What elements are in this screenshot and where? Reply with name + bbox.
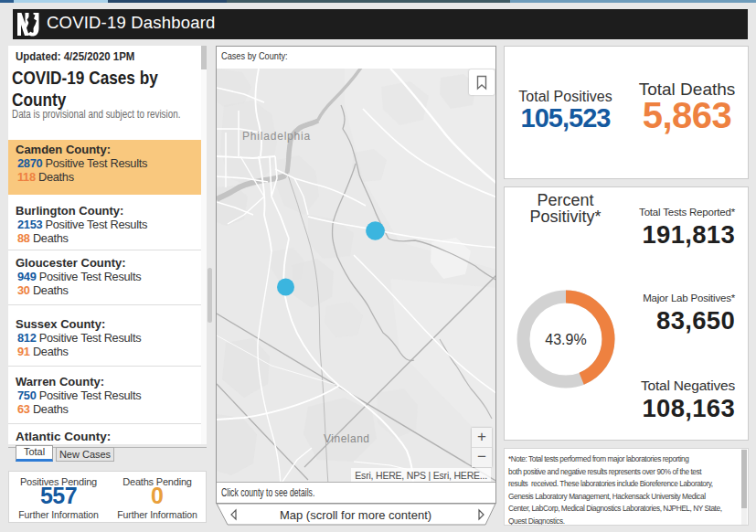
svg-text:43.9%: 43.9%	[545, 332, 586, 347]
svg-text:Vineland: Vineland	[324, 432, 370, 445]
svg-text:Philadelphia: Philadelphia	[242, 130, 311, 143]
svg-text:Map (scroll for more content): Map (scroll for more content)	[280, 508, 431, 522]
